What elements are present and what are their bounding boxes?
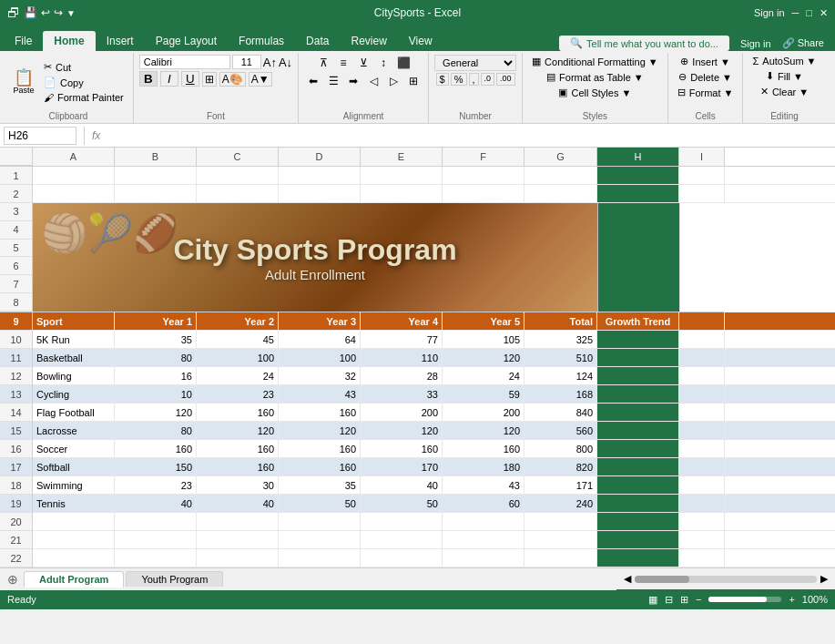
col-header-g[interactable]: G <box>524 148 597 166</box>
cell-b22[interactable] <box>115 549 197 567</box>
cell-h10[interactable] <box>597 331 679 348</box>
cell-d21[interactable] <box>279 531 361 548</box>
cell-a17[interactable]: Softball <box>33 458 115 475</box>
row-num-17[interactable]: 17 <box>0 458 32 476</box>
comma-button[interactable]: , <box>469 73 479 86</box>
cell-b12[interactable]: 16 <box>115 367 197 384</box>
cell-f21[interactable] <box>443 531 524 548</box>
row-num-22[interactable]: 22 <box>0 549 32 567</box>
cell-f11[interactable]: 120 <box>443 349 524 366</box>
scrollbar-thumb[interactable] <box>635 576 689 583</box>
format-button[interactable]: ⊟ Format ▼ <box>674 86 738 99</box>
cell-e18[interactable]: 40 <box>361 476 443 494</box>
paste-button[interactable]: 📋 Paste <box>9 67 38 97</box>
accounting-button[interactable]: $ <box>436 73 449 86</box>
cell-h19[interactable] <box>597 495 679 512</box>
row-num-14[interactable]: 14 <box>0 404 32 422</box>
maximize-button[interactable]: □ <box>806 7 812 18</box>
tab-data[interactable]: Data <box>295 31 340 51</box>
cell-d1[interactable] <box>279 167 361 184</box>
cell-i16[interactable] <box>679 440 725 457</box>
cell-b15[interactable]: 80 <box>115 422 197 439</box>
row-num-21[interactable]: 21 <box>0 531 32 549</box>
wrap-text-button[interactable]: ⬛ <box>394 55 412 71</box>
close-button[interactable]: ✕ <box>820 7 828 19</box>
format-painter-button[interactable]: 🖌Format Painter <box>40 91 127 104</box>
cell-h16[interactable] <box>597 440 679 457</box>
underline-button[interactable]: U <box>181 71 199 87</box>
col-header-i[interactable]: I <box>679 148 725 166</box>
cell-h11[interactable] <box>597 349 679 366</box>
cell-f10[interactable]: 105 <box>443 331 524 348</box>
cell-h14[interactable] <box>597 404 679 421</box>
cell-i10[interactable] <box>679 331 725 348</box>
cell-h1[interactable] <box>597 167 679 184</box>
cell-b18[interactable]: 23 <box>115 476 197 494</box>
cell-f1[interactable] <box>443 167 524 184</box>
cell-i19[interactable] <box>679 495 725 512</box>
row-num-3[interactable]: 3 <box>0 203 32 221</box>
quick-save[interactable]: 💾 <box>24 6 37 19</box>
sheet-tab-adult[interactable]: Adult Program <box>24 571 124 588</box>
border-button[interactable]: ⊞ <box>202 72 217 87</box>
quick-redo[interactable]: ↪ <box>54 6 63 19</box>
cell-b14[interactable]: 120 <box>115 404 197 421</box>
sheet-tab-youth[interactable]: Youth Program <box>126 571 223 587</box>
col-header-a[interactable]: A <box>33 148 115 166</box>
cell-b16[interactable]: 160 <box>115 440 197 457</box>
row-num-11[interactable]: 11 <box>0 349 32 367</box>
cell-f19[interactable]: 60 <box>443 495 524 512</box>
cell-i17[interactable] <box>679 458 725 475</box>
cell-g14[interactable]: 840 <box>524 404 597 421</box>
cell-e12[interactable]: 28 <box>361 367 443 384</box>
cell-g12[interactable]: 124 <box>524 367 597 384</box>
cell-d19[interactable]: 50 <box>279 495 361 512</box>
cell-i22[interactable] <box>679 549 725 567</box>
font-size-input[interactable] <box>232 55 261 69</box>
cell-e2[interactable] <box>361 185 443 202</box>
cell-d2[interactable] <box>279 185 361 202</box>
sum-button[interactable]: Σ AutoSum ▼ <box>748 55 820 67</box>
row-num-7[interactable]: 7 <box>0 275 32 293</box>
cell-d10[interactable]: 64 <box>279 331 361 348</box>
cell-e22[interactable] <box>361 549 443 567</box>
cell-d11[interactable]: 100 <box>279 349 361 366</box>
row-num-5[interactable]: 5 <box>0 240 32 258</box>
cell-c18[interactable]: 30 <box>197 476 279 494</box>
cell-d22[interactable] <box>279 549 361 567</box>
row-num-18[interactable]: 18 <box>0 476 32 495</box>
align-center-button[interactable]: ☰ <box>324 73 342 89</box>
cell-f13[interactable]: 59 <box>443 385 524 403</box>
row-num-9[interactable]: 9 <box>0 312 32 331</box>
cell-c22[interactable] <box>197 549 279 567</box>
cell-a10[interactable]: 5K Run <box>33 331 115 348</box>
cell-c19[interactable]: 40 <box>197 495 279 512</box>
cell-g13[interactable]: 168 <box>524 385 597 403</box>
cell-e20[interactable] <box>361 513 443 530</box>
cell-e19[interactable]: 50 <box>361 495 443 512</box>
cell-c11[interactable]: 100 <box>197 349 279 366</box>
tab-review[interactable]: Review <box>340 31 397 51</box>
tell-me-box[interactable]: 🔍 Tell me what you want to do... <box>559 36 729 51</box>
cell-e1[interactable] <box>361 167 443 184</box>
cell-a11[interactable]: Basketball <box>33 349 115 366</box>
header-total[interactable]: Total <box>524 312 597 330</box>
tab-view[interactable]: View <box>398 31 443 51</box>
cell-g10[interactable]: 325 <box>524 331 597 348</box>
header-year1[interactable]: Year 1 <box>115 312 197 330</box>
cell-d17[interactable]: 160 <box>279 458 361 475</box>
cell-c1[interactable] <box>197 167 279 184</box>
header-year5[interactable]: Year 5 <box>443 312 524 330</box>
align-left-button[interactable]: ⬅ <box>304 73 322 89</box>
scroll-left-button[interactable]: ◀ <box>624 573 631 585</box>
cell-g17[interactable]: 820 <box>524 458 597 475</box>
cell-g21[interactable] <box>524 531 597 548</box>
align-middle-button[interactable]: ≡ <box>334 55 352 71</box>
row-num-19[interactable]: 19 <box>0 495 32 513</box>
cell-i2[interactable] <box>679 185 725 202</box>
row-num-1[interactable]: 1 <box>0 167 32 185</box>
tab-file[interactable]: File <box>4 31 43 51</box>
increase-indent-button[interactable]: ▷ <box>384 73 402 89</box>
cell-f18[interactable]: 43 <box>443 476 524 494</box>
row-num-4[interactable]: 4 <box>0 221 32 240</box>
